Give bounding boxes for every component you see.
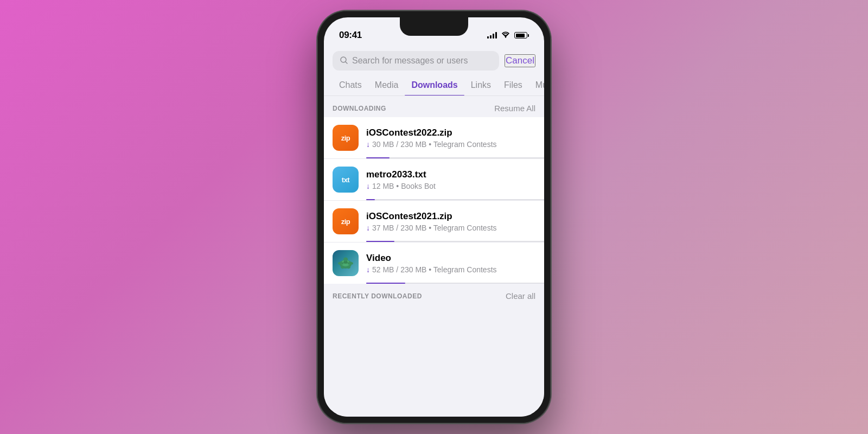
file-meta-4: ↓ 52 MB / 230 MB • Telegram Contests: [366, 265, 535, 274]
progress-fill-2: [366, 199, 375, 200]
download-item-1[interactable]: zip iOSContest2022.zip ↓ 30 MB / 230 MB …: [324, 117, 544, 159]
tab-downloads[interactable]: Downloads: [405, 75, 464, 95]
download-item-3[interactable]: zip iOSContest2021.zip ↓ 37 MB / 230 MB …: [324, 201, 544, 242]
tabs-container: Chats Media Downloads Links Files Music: [324, 75, 544, 96]
progress-fill-1: [366, 157, 390, 158]
cancel-button[interactable]: Cancel: [505, 54, 535, 67]
tab-files[interactable]: Files: [497, 75, 529, 95]
phone-wrapper: 09:41: [317, 11, 551, 423]
file-icon-txt: txt: [333, 167, 359, 193]
file-icon-zip-2: zip: [333, 208, 359, 234]
downloading-label: DOWNLOADING: [333, 105, 386, 112]
tab-media[interactable]: Media: [368, 75, 405, 95]
download-arrow-1: ↓: [366, 140, 370, 149]
downloading-section-header: DOWNLOADING Resume All: [324, 96, 544, 117]
file-size-1: 30 MB / 230 MB • Telegram Contests: [372, 140, 497, 149]
status-time: 09:41: [339, 30, 362, 41]
txt-label: txt: [342, 176, 349, 184]
file-meta-2: ↓ 12 MB • Books Bot: [366, 182, 535, 190]
file-name-2: metro2033.txt: [366, 169, 535, 180]
file-info-3: iOSContest2021.zip ↓ 37 MB / 230 MB • Te…: [366, 211, 535, 232]
progress-bar-3: [366, 241, 544, 242]
recently-label: RECENTLY DOWNLOADED: [333, 292, 422, 300]
file-name-4: Video: [366, 253, 535, 264]
file-icon-zip-1: zip: [333, 125, 359, 151]
download-list: zip iOSContest2022.zip ↓ 30 MB / 230 MB …: [324, 117, 544, 284]
resume-all-button[interactable]: Resume All: [494, 104, 535, 113]
clear-all-button[interactable]: Clear all: [506, 291, 535, 301]
progress-bar-1: [366, 157, 544, 158]
status-icons: [487, 31, 529, 40]
search-placeholder: Search for messages or users: [352, 56, 468, 66]
tab-chats[interactable]: Chats: [333, 75, 368, 95]
recently-section: RECENTLY DOWNLOADED Clear all: [324, 284, 544, 305]
file-meta-3: ↓ 37 MB / 230 MB • Telegram Contests: [366, 224, 535, 232]
file-info-1: iOSContest2022.zip ↓ 30 MB / 230 MB • Te…: [366, 127, 535, 149]
file-size-2: 12 MB • Books Bot: [372, 182, 436, 190]
svg-line-2: [346, 62, 347, 63]
battery-icon: [514, 32, 529, 39]
search-container: Search for messages or users Cancel: [324, 46, 544, 75]
download-item-4[interactable]: Video ↓ 52 MB / 230 MB • Telegram Contes…: [324, 242, 544, 284]
download-arrow-4: ↓: [366, 265, 370, 274]
phone-screen: 09:41: [324, 17, 544, 417]
phone-notch: [400, 17, 468, 36]
file-size-3: 37 MB / 230 MB • Telegram Contests: [372, 224, 497, 232]
download-arrow-3: ↓: [366, 224, 370, 232]
search-icon: [340, 56, 348, 66]
file-meta-1: ↓ 30 MB / 230 MB • Telegram Contests: [366, 140, 535, 149]
tab-links[interactable]: Links: [464, 75, 497, 95]
tab-music[interactable]: Music: [529, 75, 544, 95]
file-size-4: 52 MB / 230 MB • Telegram Contests: [372, 265, 497, 274]
zip-label-2: zip: [341, 218, 350, 226]
file-name-3: iOSContest2021.zip: [366, 211, 535, 222]
wifi-icon: [501, 31, 510, 40]
progress-bar-4: [366, 283, 544, 284]
phone-content: Search for messages or users Cancel Chat…: [324, 46, 544, 417]
file-info-2: metro2033.txt ↓ 12 MB • Books Bot: [366, 169, 535, 190]
file-info-4: Video ↓ 52 MB / 230 MB • Telegram Contes…: [366, 253, 535, 274]
svg-point-0: [505, 36, 506, 37]
download-item-2[interactable]: txt metro2033.txt ↓ 12 MB • Books Bot: [324, 159, 544, 201]
progress-fill-4: [366, 283, 405, 284]
zip-label-1: zip: [341, 134, 350, 142]
signal-icon: [487, 32, 497, 39]
progress-fill-3: [366, 241, 394, 242]
file-name-1: iOSContest2022.zip: [366, 127, 535, 138]
progress-bar-2: [366, 199, 544, 200]
search-bar[interactable]: Search for messages or users: [333, 51, 499, 71]
download-arrow-2: ↓: [366, 182, 370, 190]
file-icon-video: [333, 250, 359, 276]
svg-point-5: [343, 258, 348, 261]
